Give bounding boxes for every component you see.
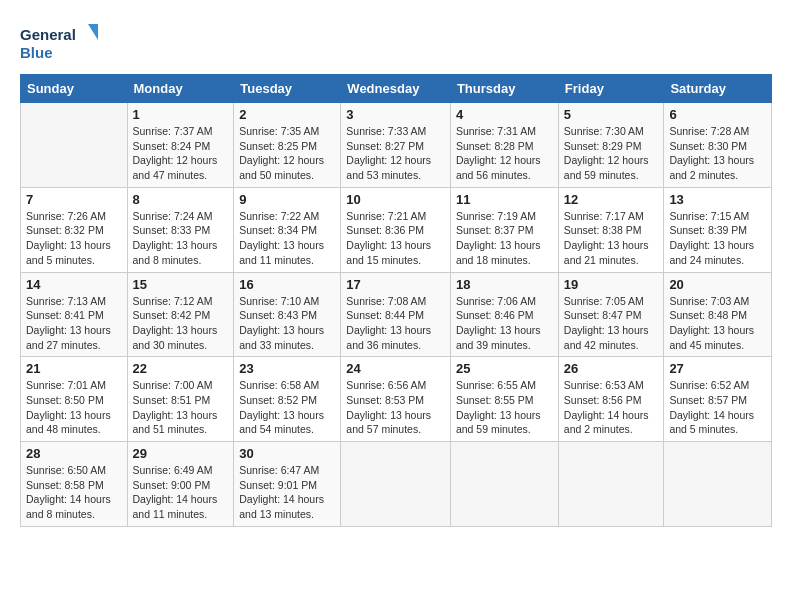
day-info: Sunrise: 6:58 AMSunset: 8:52 PMDaylight:… xyxy=(239,378,335,437)
day-number: 2 xyxy=(239,107,335,122)
calendar-cell: 15Sunrise: 7:12 AMSunset: 8:42 PMDayligh… xyxy=(127,272,234,357)
week-row-1: 1Sunrise: 7:37 AMSunset: 8:24 PMDaylight… xyxy=(21,103,772,188)
day-number: 28 xyxy=(26,446,122,461)
column-header-thursday: Thursday xyxy=(450,75,558,103)
column-header-friday: Friday xyxy=(558,75,664,103)
day-info: Sunrise: 6:47 AMSunset: 9:01 PMDaylight:… xyxy=(239,463,335,522)
calendar-cell: 10Sunrise: 7:21 AMSunset: 8:36 PMDayligh… xyxy=(341,187,451,272)
calendar-cell xyxy=(341,442,451,527)
column-header-tuesday: Tuesday xyxy=(234,75,341,103)
calendar-body: 1Sunrise: 7:37 AMSunset: 8:24 PMDaylight… xyxy=(21,103,772,527)
day-info: Sunrise: 7:17 AMSunset: 8:38 PMDaylight:… xyxy=(564,209,659,268)
day-number: 3 xyxy=(346,107,445,122)
calendar-cell: 23Sunrise: 6:58 AMSunset: 8:52 PMDayligh… xyxy=(234,357,341,442)
day-number: 17 xyxy=(346,277,445,292)
day-info: Sunrise: 7:24 AMSunset: 8:33 PMDaylight:… xyxy=(133,209,229,268)
column-header-wednesday: Wednesday xyxy=(341,75,451,103)
calendar-cell: 14Sunrise: 7:13 AMSunset: 8:41 PMDayligh… xyxy=(21,272,128,357)
calendar-cell: 12Sunrise: 7:17 AMSunset: 8:38 PMDayligh… xyxy=(558,187,664,272)
day-info: Sunrise: 7:08 AMSunset: 8:44 PMDaylight:… xyxy=(346,294,445,353)
day-number: 7 xyxy=(26,192,122,207)
day-info: Sunrise: 7:35 AMSunset: 8:25 PMDaylight:… xyxy=(239,124,335,183)
day-info: Sunrise: 7:12 AMSunset: 8:42 PMDaylight:… xyxy=(133,294,229,353)
day-info: Sunrise: 7:19 AMSunset: 8:37 PMDaylight:… xyxy=(456,209,553,268)
calendar-cell xyxy=(450,442,558,527)
column-header-monday: Monday xyxy=(127,75,234,103)
day-info: Sunrise: 7:31 AMSunset: 8:28 PMDaylight:… xyxy=(456,124,553,183)
day-info: Sunrise: 6:56 AMSunset: 8:53 PMDaylight:… xyxy=(346,378,445,437)
calendar-cell xyxy=(558,442,664,527)
calendar-cell: 17Sunrise: 7:08 AMSunset: 8:44 PMDayligh… xyxy=(341,272,451,357)
calendar-cell: 16Sunrise: 7:10 AMSunset: 8:43 PMDayligh… xyxy=(234,272,341,357)
calendar-cell xyxy=(21,103,128,188)
day-number: 21 xyxy=(26,361,122,376)
day-info: Sunrise: 7:10 AMSunset: 8:43 PMDaylight:… xyxy=(239,294,335,353)
day-info: Sunrise: 7:15 AMSunset: 8:39 PMDaylight:… xyxy=(669,209,766,268)
page-header: General Blue xyxy=(20,20,772,64)
day-number: 27 xyxy=(669,361,766,376)
calendar-cell: 8Sunrise: 7:24 AMSunset: 8:33 PMDaylight… xyxy=(127,187,234,272)
day-info: Sunrise: 7:28 AMSunset: 8:30 PMDaylight:… xyxy=(669,124,766,183)
day-number: 26 xyxy=(564,361,659,376)
calendar-cell: 25Sunrise: 6:55 AMSunset: 8:55 PMDayligh… xyxy=(450,357,558,442)
column-header-sunday: Sunday xyxy=(21,75,128,103)
calendar-header: SundayMondayTuesdayWednesdayThursdayFrid… xyxy=(21,75,772,103)
day-number: 24 xyxy=(346,361,445,376)
week-row-5: 28Sunrise: 6:50 AMSunset: 8:58 PMDayligh… xyxy=(21,442,772,527)
day-number: 19 xyxy=(564,277,659,292)
day-number: 15 xyxy=(133,277,229,292)
calendar-cell: 5Sunrise: 7:30 AMSunset: 8:29 PMDaylight… xyxy=(558,103,664,188)
day-info: Sunrise: 7:22 AMSunset: 8:34 PMDaylight:… xyxy=(239,209,335,268)
day-number: 18 xyxy=(456,277,553,292)
day-number: 4 xyxy=(456,107,553,122)
day-number: 6 xyxy=(669,107,766,122)
day-number: 22 xyxy=(133,361,229,376)
calendar-cell: 18Sunrise: 7:06 AMSunset: 8:46 PMDayligh… xyxy=(450,272,558,357)
day-number: 8 xyxy=(133,192,229,207)
day-number: 13 xyxy=(669,192,766,207)
svg-text:Blue: Blue xyxy=(20,44,53,61)
calendar-cell: 28Sunrise: 6:50 AMSunset: 8:58 PMDayligh… xyxy=(21,442,128,527)
day-number: 1 xyxy=(133,107,229,122)
week-row-2: 7Sunrise: 7:26 AMSunset: 8:32 PMDaylight… xyxy=(21,187,772,272)
calendar-cell: 30Sunrise: 6:47 AMSunset: 9:01 PMDayligh… xyxy=(234,442,341,527)
day-number: 12 xyxy=(564,192,659,207)
calendar-cell: 2Sunrise: 7:35 AMSunset: 8:25 PMDaylight… xyxy=(234,103,341,188)
day-info: Sunrise: 7:03 AMSunset: 8:48 PMDaylight:… xyxy=(669,294,766,353)
day-info: Sunrise: 7:30 AMSunset: 8:29 PMDaylight:… xyxy=(564,124,659,183)
day-number: 20 xyxy=(669,277,766,292)
day-info: Sunrise: 6:50 AMSunset: 8:58 PMDaylight:… xyxy=(26,463,122,522)
svg-text:General: General xyxy=(20,26,76,43)
day-number: 25 xyxy=(456,361,553,376)
calendar-cell: 20Sunrise: 7:03 AMSunset: 8:48 PMDayligh… xyxy=(664,272,772,357)
logo: General Blue xyxy=(20,20,100,64)
calendar-cell: 1Sunrise: 7:37 AMSunset: 8:24 PMDaylight… xyxy=(127,103,234,188)
calendar-cell: 19Sunrise: 7:05 AMSunset: 8:47 PMDayligh… xyxy=(558,272,664,357)
day-info: Sunrise: 7:01 AMSunset: 8:50 PMDaylight:… xyxy=(26,378,122,437)
day-info: Sunrise: 7:06 AMSunset: 8:46 PMDaylight:… xyxy=(456,294,553,353)
day-info: Sunrise: 7:13 AMSunset: 8:41 PMDaylight:… xyxy=(26,294,122,353)
day-info: Sunrise: 7:33 AMSunset: 8:27 PMDaylight:… xyxy=(346,124,445,183)
svg-marker-2 xyxy=(88,24,98,40)
calendar-cell: 6Sunrise: 7:28 AMSunset: 8:30 PMDaylight… xyxy=(664,103,772,188)
calendar-cell: 21Sunrise: 7:01 AMSunset: 8:50 PMDayligh… xyxy=(21,357,128,442)
week-row-3: 14Sunrise: 7:13 AMSunset: 8:41 PMDayligh… xyxy=(21,272,772,357)
calendar-cell: 4Sunrise: 7:31 AMSunset: 8:28 PMDaylight… xyxy=(450,103,558,188)
day-info: Sunrise: 7:05 AMSunset: 8:47 PMDaylight:… xyxy=(564,294,659,353)
day-info: Sunrise: 7:37 AMSunset: 8:24 PMDaylight:… xyxy=(133,124,229,183)
calendar-cell: 11Sunrise: 7:19 AMSunset: 8:37 PMDayligh… xyxy=(450,187,558,272)
calendar-cell xyxy=(664,442,772,527)
day-number: 11 xyxy=(456,192,553,207)
day-number: 14 xyxy=(26,277,122,292)
day-info: Sunrise: 6:55 AMSunset: 8:55 PMDaylight:… xyxy=(456,378,553,437)
day-number: 9 xyxy=(239,192,335,207)
calendar-table: SundayMondayTuesdayWednesdayThursdayFrid… xyxy=(20,74,772,527)
day-info: Sunrise: 7:26 AMSunset: 8:32 PMDaylight:… xyxy=(26,209,122,268)
day-number: 30 xyxy=(239,446,335,461)
calendar-cell: 9Sunrise: 7:22 AMSunset: 8:34 PMDaylight… xyxy=(234,187,341,272)
calendar-cell: 22Sunrise: 7:00 AMSunset: 8:51 PMDayligh… xyxy=(127,357,234,442)
day-number: 23 xyxy=(239,361,335,376)
calendar-cell: 13Sunrise: 7:15 AMSunset: 8:39 PMDayligh… xyxy=(664,187,772,272)
calendar-cell: 26Sunrise: 6:53 AMSunset: 8:56 PMDayligh… xyxy=(558,357,664,442)
day-number: 5 xyxy=(564,107,659,122)
